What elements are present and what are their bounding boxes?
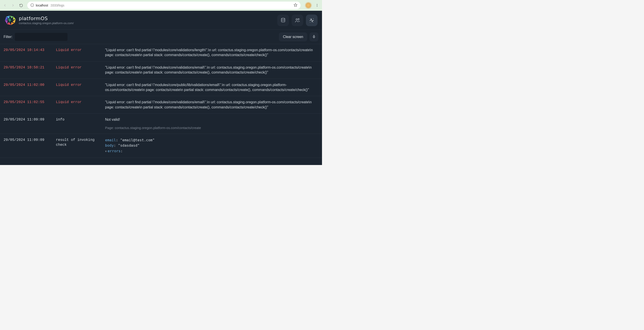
clear-screen-button[interactable]: Clear screen (279, 32, 307, 41)
svg-point-4 (317, 4, 318, 5)
log-subline: Page: contactus.staging.oregon.platform-… (105, 126, 318, 130)
log-type: Liquid error (56, 100, 105, 110)
log-row[interactable]: 29/05/2024 10:14:43 Liquid error "Liquid… (0, 44, 322, 62)
logs-list: 29/05/2024 10:14:43 Liquid error "Liquid… (0, 44, 322, 158)
log-timestamp: 29/05/2024 11:09:09 (4, 117, 56, 130)
filter-input[interactable] (15, 33, 68, 41)
svg-point-16 (281, 18, 285, 20)
database-icon[interactable] (277, 14, 289, 26)
users-icon[interactable] (292, 14, 303, 26)
profile-avatar[interactable] (306, 2, 311, 8)
browser-toolbar: localhost:3333/logs (0, 0, 322, 11)
log-timestamp: 29/05/2024 11:02:00 (4, 82, 56, 92)
log-row[interactable]: 29/05/2024 11:09:09 info Not valid! Page… (0, 114, 322, 134)
log-type: Liquid error (56, 48, 105, 58)
log-type: Liquid error (56, 65, 105, 75)
svg-marker-15 (8, 18, 11, 22)
kebab-menu-icon[interactable] (314, 2, 320, 8)
log-timestamp: 29/05/2024 10:14:43 (4, 48, 56, 58)
activity-icon[interactable] (306, 14, 318, 26)
svg-marker-10 (12, 19, 16, 23)
app-header: platformOS contactus.staging.oregon.plat… (0, 11, 322, 30)
svg-marker-3 (294, 3, 297, 6)
log-message: email: "email@test.com" body: "sdasdasd"… (105, 138, 318, 154)
brand-title: platformOS (19, 16, 74, 22)
brand-subtitle: contactus.staging.oregon.platform-os.com… (19, 22, 74, 25)
log-type: Liquid error (56, 82, 105, 92)
log-row[interactable]: 29/05/2024 11:09:09 result of invoking c… (0, 134, 322, 158)
address-bar[interactable]: localhost:3333/logs (27, 2, 300, 9)
url-host: localhost (36, 4, 48, 7)
platformos-logo-icon (4, 15, 16, 26)
back-button[interactable] (2, 2, 8, 8)
site-info-icon[interactable] (30, 3, 34, 8)
log-message: "Liquid error: can't find partial \"modu… (105, 100, 318, 110)
log-type: info (56, 117, 105, 130)
svg-point-18 (298, 18, 299, 20)
filter-bar: Filter: Clear screen (0, 30, 322, 44)
svg-point-5 (317, 5, 318, 6)
forward-button[interactable] (10, 2, 16, 8)
log-message: Not valid! Page: contactus.staging.orego… (105, 117, 318, 130)
reload-button[interactable] (18, 2, 24, 8)
svg-point-6 (317, 6, 318, 7)
svg-marker-9 (13, 16, 16, 20)
log-message: "Liquid error: can't find partial \"modu… (105, 65, 318, 75)
log-row[interactable]: 29/05/2024 10:50:21 Liquid error "Liquid… (0, 62, 322, 79)
log-row[interactable]: 29/05/2024 11:02:00 Liquid error "Liquid… (0, 79, 322, 96)
log-timestamp: 29/05/2024 10:50:21 (4, 65, 56, 75)
log-timestamp: 29/05/2024 11:09:09 (4, 138, 56, 154)
svg-marker-11 (11, 22, 15, 25)
log-type: result of invoking check (56, 138, 105, 154)
log-message: "Liquid error: can't find partial \"modu… (105, 48, 318, 58)
log-row[interactable]: 29/05/2024 11:02:55 Liquid error "Liquid… (0, 96, 322, 114)
bookmark-star-icon[interactable] (294, 3, 298, 8)
expand-triangle-icon[interactable]: ▼ (105, 150, 107, 153)
svg-marker-8 (10, 16, 14, 18)
filter-label: Filter: (4, 35, 12, 39)
log-timestamp: 29/05/2024 11:02:55 (4, 100, 56, 110)
pin-icon[interactable] (310, 32, 318, 41)
svg-point-17 (296, 18, 298, 20)
app-body: platformOS contactus.staging.oregon.plat… (0, 11, 322, 165)
svg-marker-13 (5, 20, 8, 24)
svg-marker-12 (7, 22, 11, 25)
url-path: :3333/logs (50, 4, 64, 7)
log-message: "Liquid error: can't find partial \"modu… (105, 82, 318, 92)
